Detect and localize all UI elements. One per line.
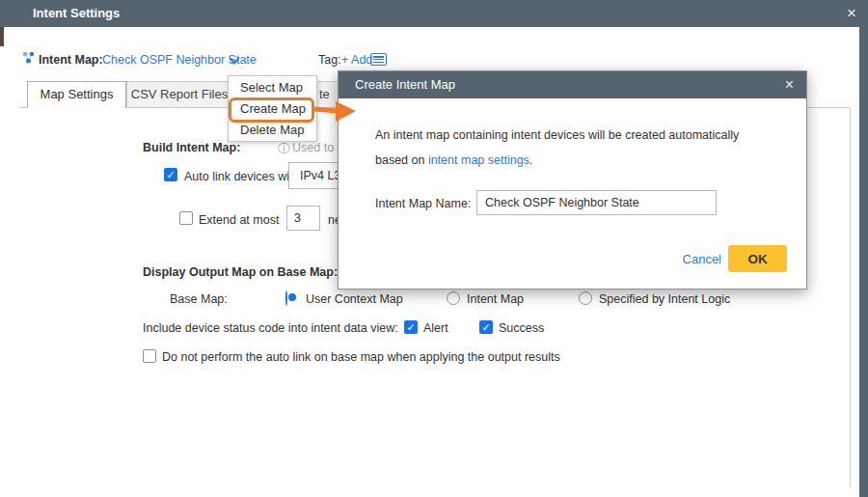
close-icon[interactable]: × xyxy=(847,0,856,26)
tag-label: Tag: xyxy=(318,53,341,67)
tab-map-settings[interactable]: Map Settings xyxy=(27,81,126,108)
radio-intent-map[interactable] xyxy=(447,291,460,305)
info-icon: ⓘ xyxy=(278,141,290,157)
auto-link-checkbox[interactable]: ✓ xyxy=(164,168,177,181)
modal-body-line2-prefix: based on xyxy=(375,153,428,167)
cancel-button[interactable]: Cancel xyxy=(683,252,721,266)
extend-label: Extend at most xyxy=(199,213,279,227)
include-status-label: Include device status code into intent d… xyxy=(143,321,398,335)
modal-body-line1: An intent map containing intent devices … xyxy=(375,128,739,142)
extend-hops-input[interactable] xyxy=(286,206,320,231)
radio-user-context-map[interactable] xyxy=(285,290,287,306)
radio-user-context-map-label: User Context Map xyxy=(306,292,403,306)
base-map-label: Base Map: xyxy=(170,292,228,306)
display-output-label: Display Output Map on Base Map: xyxy=(143,265,338,279)
modal-body-line2-suffix: . xyxy=(529,153,532,167)
intent-map-settings-link[interactable]: intent map settings xyxy=(428,153,529,167)
modal-body-line2: based on intent map settings. xyxy=(375,153,532,167)
tag-list-icon[interactable] xyxy=(370,53,387,66)
modal-close-icon[interactable]: × xyxy=(785,71,794,97)
radio-specified-by-intent-logic[interactable] xyxy=(579,291,592,305)
radio-specified-by-intent-logic-label: Specified by Intent Logic xyxy=(599,292,730,306)
alert-checkbox[interactable]: ✓ xyxy=(404,320,418,334)
modal-title: Create Intent Map xyxy=(355,71,455,98)
create-intent-map-modal: Create Intent Map × An intent map contai… xyxy=(338,70,807,290)
success-checkbox[interactable]: ✓ xyxy=(479,320,493,334)
intent-settings-dialog: Intent Settings × Intent Map: Check OSPF… xyxy=(0,0,868,497)
no-auto-link-label: Do not perform the auto link on base map… xyxy=(162,350,560,364)
background-sliver-right xyxy=(859,27,868,497)
menu-item-delete-map[interactable]: Delete Map xyxy=(229,120,316,141)
auto-link-label: Auto link devices with xyxy=(184,170,300,183)
intent-map-name-label: Intent Map Name: xyxy=(375,197,471,210)
intent-map-name-input[interactable] xyxy=(476,190,717,215)
window-title: Intent Settings xyxy=(33,0,120,27)
no-auto-link-checkbox[interactable] xyxy=(143,349,156,363)
intent-map-dropdown-menu: Select Map Create Map Delete Map xyxy=(228,75,317,142)
modal-header: Create Intent Map × xyxy=(339,71,806,98)
intent-map-icon xyxy=(21,50,36,65)
window-header: Intent Settings × xyxy=(0,0,868,27)
build-intent-map-label: Build Intent Map: xyxy=(143,141,240,154)
tag-add-button[interactable]: + Add xyxy=(341,53,372,67)
ok-button[interactable]: OK xyxy=(728,245,787,272)
menu-item-create-map[interactable]: Create Map xyxy=(229,98,316,120)
menu-item-select-map[interactable]: Select Map xyxy=(229,77,316,98)
background-artifact-left xyxy=(0,27,4,46)
success-label: Success xyxy=(499,321,544,335)
tab-csv-report-files[interactable]: CSV Report Files xyxy=(126,81,232,108)
tab-panel-right-border xyxy=(850,108,851,487)
extend-checkbox[interactable] xyxy=(179,211,193,225)
alert-label: Alert xyxy=(423,321,448,335)
radio-intent-map-label: Intent Map xyxy=(467,292,524,306)
intent-map-label: Intent Map: xyxy=(39,53,103,67)
